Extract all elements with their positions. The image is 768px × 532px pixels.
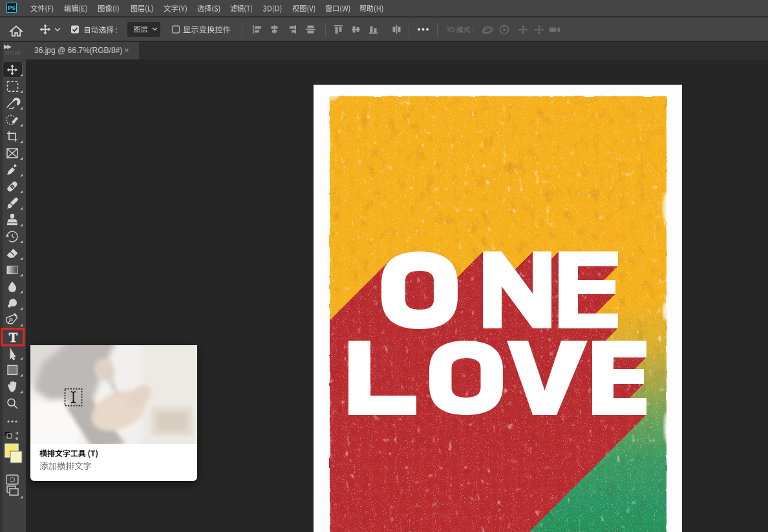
svg-text:T: T xyxy=(9,330,18,345)
